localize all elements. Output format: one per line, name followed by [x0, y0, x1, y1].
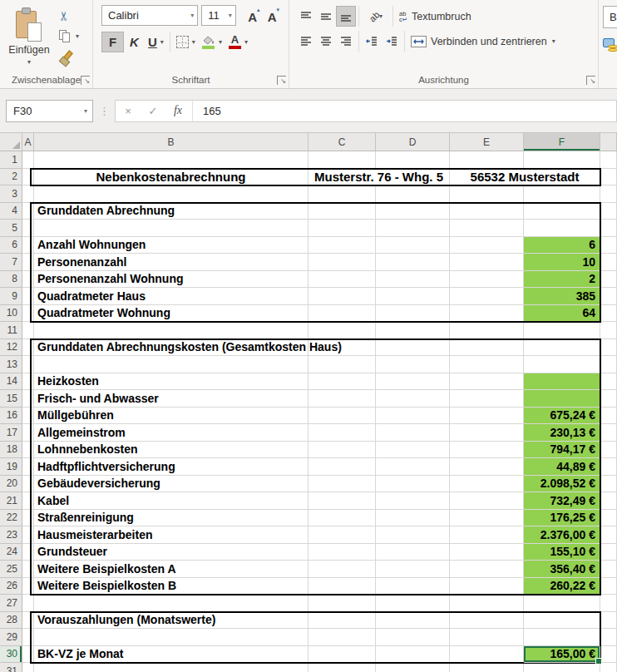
column-header-C[interactable]: C	[308, 133, 376, 151]
cell-B19[interactable]: Hadftpflichtversicherung	[34, 458, 308, 476]
font-color-button[interactable]: A ▾	[225, 32, 251, 52]
cell-C31[interactable]	[308, 663, 376, 672]
cell-B23[interactable]: Hausmeisterarbeiten	[34, 526, 308, 544]
cell-E20[interactable]	[450, 476, 524, 493]
cell-D14[interactable]	[376, 373, 450, 391]
cell-B25[interactable]: Weitere Beispielkosten A	[34, 561, 308, 578]
cell-C18[interactable]	[308, 442, 376, 459]
cell-G17[interactable]	[600, 424, 617, 442]
row-header-20[interactable]: 20	[0, 476, 22, 493]
cell-E23[interactable]	[450, 526, 524, 544]
column-header-D[interactable]: D	[376, 133, 450, 151]
cell-C8[interactable]	[308, 271, 376, 289]
italic-button[interactable]: K	[124, 32, 145, 52]
cell-E22[interactable]	[450, 510, 524, 527]
row-header-9[interactable]: 9	[0, 288, 22, 305]
cell-B29[interactable]	[34, 629, 308, 646]
row-header-26[interactable]: 26	[0, 578, 22, 595]
insert-function-button[interactable]: fx	[165, 104, 190, 117]
cell-A23[interactable]	[22, 526, 34, 544]
cell-G10[interactable]	[600, 305, 617, 323]
cell-E12[interactable]	[450, 339, 524, 357]
cell-E26[interactable]	[450, 578, 524, 595]
cell-F12[interactable]	[524, 339, 600, 357]
cell-G6[interactable]	[600, 237, 617, 254]
cell-G21[interactable]	[600, 492, 617, 510]
cell-B14[interactable]: Heizkosten	[34, 373, 308, 391]
cell-D30[interactable]	[376, 646, 450, 664]
cell-E1[interactable]	[450, 151, 524, 169]
font-color-dropdown-icon[interactable]: ▾	[244, 39, 248, 46]
cell-B7[interactable]: Personenanzahl	[34, 254, 308, 271]
cell-A29[interactable]	[22, 629, 34, 646]
cell-F8[interactable]: 2	[524, 271, 600, 289]
cell-G31[interactable]	[600, 663, 617, 672]
name-box[interactable]: F30 ▾	[6, 100, 93, 122]
cell-B16[interactable]: Müllgebühren	[34, 408, 308, 425]
cell-B12[interactable]: Grunddaten Abrechnungskosten (Gesamtkost…	[34, 339, 308, 357]
clipboard-dialog-launcher-icon[interactable]: ↘	[81, 76, 90, 85]
cell-F30[interactable]: 165,00 €	[524, 646, 600, 664]
row-header-28[interactable]: 28	[0, 612, 22, 630]
row-header-7[interactable]: 7	[0, 254, 22, 271]
cell-B27[interactable]	[34, 595, 308, 612]
cell-D19[interactable]	[376, 458, 450, 476]
cell-A2[interactable]	[22, 169, 34, 186]
cell-F27[interactable]	[524, 595, 600, 612]
cell-B8[interactable]: Personenanzahl Wohnung	[34, 271, 308, 289]
cell-F28[interactable]	[524, 612, 600, 630]
cell-D23[interactable]	[376, 526, 450, 544]
merge-dropdown-icon[interactable]: ▾	[552, 38, 555, 45]
paste-button[interactable]: Einfügen ▾	[7, 5, 52, 73]
cell-G11[interactable]	[600, 322, 617, 339]
cell-F15[interactable]	[524, 390, 600, 408]
cell-G23[interactable]	[600, 526, 617, 544]
cell-D6[interactable]	[376, 237, 450, 254]
cell-F25[interactable]: 356,40 €	[524, 561, 600, 578]
column-header-B[interactable]: B	[34, 133, 308, 151]
cell-C5[interactable]	[308, 220, 376, 237]
cell-D9[interactable]	[376, 288, 450, 305]
fill-color-button[interactable]: ▾	[199, 32, 225, 52]
cell-G7[interactable]	[600, 254, 617, 271]
cell-G22[interactable]	[600, 510, 617, 527]
cell-E7[interactable]	[450, 254, 524, 271]
font-name-dropdown-icon[interactable]: ▾	[186, 12, 194, 19]
cell-A6[interactable]	[22, 237, 34, 254]
fill-color-dropdown-icon[interactable]: ▾	[219, 39, 222, 46]
cell-F11[interactable]	[524, 322, 600, 339]
cell-C29[interactable]	[308, 629, 376, 646]
cell-A19[interactable]	[22, 458, 34, 476]
cell-G18[interactable]	[600, 442, 617, 459]
orientation-button[interactable]: ab ▾	[362, 6, 390, 27]
cell-D8[interactable]	[376, 271, 450, 289]
underline-button[interactable]: U ▾	[145, 32, 167, 52]
cell-B1[interactable]	[34, 151, 308, 169]
row-header-29[interactable]: 29	[0, 629, 22, 646]
cell-G2[interactable]	[600, 169, 617, 186]
cell-E14[interactable]	[450, 373, 524, 391]
cell-C28[interactable]	[308, 612, 376, 630]
cell-C22[interactable]	[308, 510, 376, 527]
cell-G19[interactable]	[600, 458, 617, 476]
cell-E24[interactable]	[450, 544, 524, 561]
cell-F3[interactable]	[524, 185, 600, 203]
cell-G30[interactable]	[600, 646, 617, 664]
cell-A13[interactable]	[22, 356, 34, 373]
cell-E25[interactable]	[450, 561, 524, 578]
row-header-24[interactable]: 24	[0, 544, 22, 561]
borders-button[interactable]: ▾	[173, 32, 199, 52]
cell-C21[interactable]	[308, 492, 376, 510]
cell-C7[interactable]	[308, 254, 376, 271]
cell-B5[interactable]	[34, 220, 308, 237]
cell-B20[interactable]: Gebäudeversicherung	[34, 476, 308, 493]
merge-center-button[interactable]: Verbinden und zentrieren ▾	[411, 36, 555, 47]
cell-C17[interactable]	[308, 424, 376, 442]
cell-B24[interactable]: Grundsteuer	[34, 544, 308, 561]
cell-E8[interactable]	[450, 271, 524, 289]
cell-G27[interactable]	[600, 595, 617, 612]
formula-input[interactable]: 165	[195, 105, 221, 117]
cell-G28[interactable]	[600, 612, 617, 630]
cell-A30[interactable]	[22, 646, 34, 664]
cell-E31[interactable]	[450, 663, 524, 672]
